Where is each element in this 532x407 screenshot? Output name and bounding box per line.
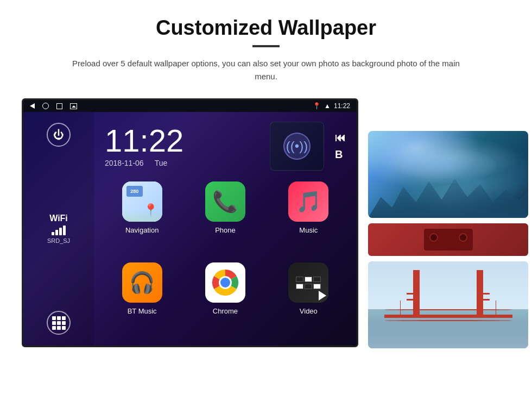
- wifi-bars: [47, 226, 70, 235]
- bridge-crossbar-right-1: [479, 293, 490, 295]
- android-screen: 📍 ▲ 11:22 ⏻ WiFi: [22, 98, 358, 347]
- app-label-btmusic: BT Music: [128, 307, 157, 315]
- wallpaper-cassette[interactable]: [368, 223, 528, 256]
- main-content: 11:22 2018-11-06 Tue ((•)): [94, 112, 357, 346]
- app-label-phone: Phone: [215, 226, 236, 234]
- status-left: [30, 103, 77, 109]
- clock-area: 11:22 2018-11-06 Tue ((•)): [94, 112, 357, 176]
- wifi-bar-3: [59, 228, 62, 235]
- back-nav-icon[interactable]: [30, 103, 35, 109]
- grid-icon: [52, 316, 66, 330]
- app-label-video: Video: [300, 307, 318, 315]
- bridge-mist: [368, 322, 528, 348]
- app-icon-btmusic: 🎧: [122, 262, 162, 303]
- svg-point-2: [220, 278, 230, 287]
- app-icon-music: 🎵: [288, 181, 328, 222]
- app-item-music[interactable]: 🎵 Music: [271, 181, 346, 254]
- media-widget: ((•)): [270, 122, 324, 171]
- page-subtitle: Preload over 5 default wallpaper options…: [71, 57, 461, 83]
- bridge-crossbar-left-1: [407, 293, 417, 295]
- ice-highlight: [400, 148, 496, 183]
- android-main: ⏻ WiFi SRD_SJ: [23, 112, 357, 346]
- app-icon-chrome: [205, 262, 245, 303]
- media-wifi-icon: ((•)): [286, 139, 308, 154]
- bridge-sky: [368, 261, 528, 309]
- bridge-scene: [368, 261, 528, 348]
- hanger-1: [400, 300, 401, 318]
- app-label-music: Music: [299, 226, 318, 234]
- wifi-ssid: SRD_SJ: [47, 237, 70, 244]
- cassette-body: [424, 229, 473, 251]
- prev-track-button[interactable]: ⏮: [335, 132, 346, 144]
- clock-display: 11:22 2018-11-06 Tue: [105, 125, 259, 167]
- status-right: 📍 ▲ 11:22: [313, 102, 350, 110]
- wifi-bar-1: [52, 232, 54, 235]
- app-item-navigation[interactable]: 280 📍 Navigation: [105, 181, 179, 254]
- clock-date: 2018-11-06 Tue: [105, 159, 259, 167]
- wallpaper-bridge[interactable]: [368, 261, 528, 348]
- app-item-btmusic[interactable]: 🎧 BT Music: [105, 262, 179, 335]
- chrome-svg: [210, 267, 240, 298]
- hanger-2: [416, 305, 417, 318]
- wifi-bar-4: [63, 226, 66, 235]
- hanger-4: [480, 305, 480, 318]
- bridge-cable-main: [384, 309, 512, 310]
- hanger-3: [496, 300, 496, 318]
- app-item-video[interactable]: Video: [271, 262, 346, 335]
- wifi-label: WiFi: [47, 214, 70, 223]
- home-nav-icon[interactable]: [42, 103, 49, 109]
- status-bar: 📍 ▲ 11:22: [23, 100, 357, 112]
- app-grid: 280 📍 Navigation 📞 Pho: [94, 176, 357, 346]
- app-item-phone[interactable]: 📞 Phone: [188, 181, 262, 254]
- bridge-deck: [384, 315, 512, 318]
- location-icon: 📍: [313, 102, 321, 110]
- bridge-crossbar-left-2: [407, 299, 417, 300]
- wallpaper-ice-cave[interactable]: [368, 131, 528, 218]
- left-sidebar: ⏻ WiFi SRD_SJ: [23, 112, 94, 346]
- clock-date-value: 2018-11-06: [105, 159, 144, 167]
- app-item-chrome[interactable]: Chrome: [188, 262, 262, 335]
- recents-nav-icon[interactable]: [56, 103, 62, 109]
- power-icon: ⏻: [53, 129, 64, 141]
- power-button[interactable]: ⏻: [47, 123, 71, 147]
- play-icon: [319, 291, 326, 300]
- content-wrapper: 📍 ▲ 11:22 ⏻ WiFi: [22, 98, 510, 348]
- app-icon-phone: 📞: [205, 181, 245, 222]
- bridge-crossbar-right-2: [479, 299, 490, 300]
- app-label-chrome: Chrome: [213, 307, 238, 315]
- app-label-navigation: Navigation: [125, 226, 159, 234]
- title-divider: [252, 45, 280, 47]
- screenshot-nav-icon[interactable]: [70, 103, 77, 109]
- media-controls: ⏮ B: [335, 132, 346, 161]
- page-title: Customized Wallpaper: [156, 16, 376, 40]
- wifi-bar-2: [55, 230, 58, 235]
- next-track-button[interactable]: B: [335, 148, 346, 161]
- wifi-info: WiFi SRD_SJ: [47, 214, 70, 244]
- app-icon-navigation: 280 📍: [122, 181, 162, 222]
- wallpaper-column: [368, 98, 528, 348]
- app-icon-video: [288, 262, 328, 303]
- clock-time: 11:22: [105, 125, 259, 156]
- wifi-status-icon: ▲: [324, 102, 331, 110]
- clock-day-value: Tue: [155, 159, 168, 167]
- status-time: 11:22: [334, 102, 350, 110]
- media-icon: ((•)): [283, 133, 311, 160]
- grid-button[interactable]: [47, 311, 71, 335]
